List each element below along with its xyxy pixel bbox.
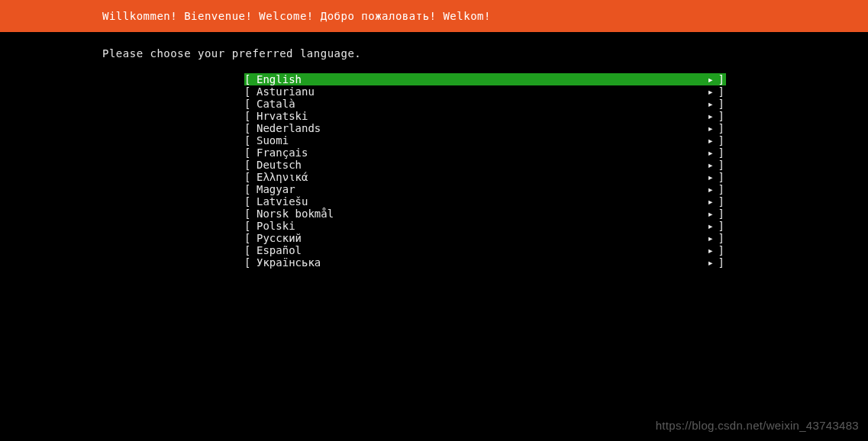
language-label: Magyar	[257, 183, 699, 195]
chevron-right-icon: ▸	[699, 183, 714, 195]
language-label: Hrvatski	[257, 110, 699, 122]
language-option[interactable]: [Polski▸]	[244, 220, 726, 232]
chevron-right-icon: ▸	[699, 98, 714, 110]
bracket-open: [	[244, 98, 257, 110]
language-option[interactable]: [Nederlands▸]	[244, 122, 726, 134]
chevron-right-icon: ▸	[699, 134, 714, 146]
header-bar: Willkommen! Bienvenue! Welcome! Добро по…	[0, 0, 868, 32]
bracket-close: ]	[714, 122, 726, 134]
chevron-right-icon: ▸	[699, 208, 714, 220]
bracket-open: [	[244, 122, 257, 134]
bracket-open: [	[244, 183, 257, 195]
chevron-right-icon: ▸	[699, 73, 714, 85]
language-option[interactable]: [Ελληνικά▸]	[244, 171, 726, 183]
bracket-open: [	[244, 134, 257, 146]
bracket-open: [	[244, 110, 257, 122]
language-label: Español	[257, 244, 699, 256]
language-option[interactable]: [Asturianu▸]	[244, 85, 726, 98]
chevron-right-icon: ▸	[699, 256, 714, 269]
bracket-open: [	[244, 73, 257, 85]
bracket-open: [	[244, 171, 257, 183]
prompt-text: Please choose your preferred language.	[0, 32, 868, 73]
language-label: Ελληνικά	[257, 171, 699, 183]
language-label: Asturianu	[257, 85, 699, 98]
bracket-close: ]	[714, 232, 726, 244]
bracket-open: [	[244, 146, 257, 159]
bracket-close: ]	[714, 220, 726, 232]
bracket-close: ]	[714, 183, 726, 195]
chevron-right-icon: ▸	[699, 146, 714, 159]
language-option[interactable]: [Latviešu▸]	[244, 195, 726, 208]
bracket-close: ]	[714, 256, 726, 269]
bracket-close: ]	[714, 85, 726, 98]
language-option[interactable]: [English▸]	[244, 73, 726, 85]
chevron-right-icon: ▸	[699, 110, 714, 122]
language-label: Polski	[257, 220, 699, 232]
bracket-close: ]	[714, 73, 726, 85]
language-label: Français	[257, 146, 699, 159]
language-label: Nederlands	[257, 122, 699, 134]
chevron-right-icon: ▸	[699, 232, 714, 244]
language-option[interactable]: [Español▸]	[244, 244, 726, 256]
watermark-text: https://blog.csdn.net/weixin_43743483	[656, 419, 859, 432]
language-label: Deutsch	[257, 159, 699, 171]
chevron-right-icon: ▸	[699, 159, 714, 171]
bracket-open: [	[244, 85, 257, 98]
bracket-close: ]	[714, 195, 726, 208]
language-option[interactable]: [Norsk bokmål▸]	[244, 208, 726, 220]
language-label: Norsk bokmål	[257, 208, 699, 220]
language-option[interactable]: [Deutsch▸]	[244, 159, 726, 171]
chevron-right-icon: ▸	[699, 171, 714, 183]
chevron-right-icon: ▸	[699, 244, 714, 256]
language-label: English	[257, 73, 699, 85]
language-option[interactable]: [Русский▸]	[244, 232, 726, 244]
language-list: [English▸][Asturianu▸][Català▸][Hrvatski…	[0, 73, 868, 269]
language-label: Suomi	[257, 134, 699, 146]
bracket-close: ]	[714, 98, 726, 110]
bracket-close: ]	[714, 159, 726, 171]
chevron-right-icon: ▸	[699, 85, 714, 98]
bracket-close: ]	[714, 110, 726, 122]
language-option[interactable]: [Français▸]	[244, 146, 726, 159]
language-label: Latviešu	[257, 195, 699, 208]
language-label: Català	[257, 98, 699, 110]
bracket-close: ]	[714, 244, 726, 256]
bracket-open: [	[244, 195, 257, 208]
bracket-open: [	[244, 159, 257, 171]
chevron-right-icon: ▸	[699, 195, 714, 208]
chevron-right-icon: ▸	[699, 122, 714, 134]
bracket-open: [	[244, 256, 257, 269]
bracket-open: [	[244, 244, 257, 256]
language-option[interactable]: [Suomi▸]	[244, 134, 726, 146]
language-label: Українська	[257, 256, 699, 269]
bracket-close: ]	[714, 171, 726, 183]
language-option[interactable]: [Hrvatski▸]	[244, 110, 726, 122]
language-option[interactable]: [Magyar▸]	[244, 183, 726, 195]
bracket-open: [	[244, 220, 257, 232]
language-option[interactable]: [Català▸]	[244, 98, 726, 110]
bracket-open: [	[244, 208, 257, 220]
chevron-right-icon: ▸	[699, 220, 714, 232]
language-option[interactable]: [Українська▸]	[244, 256, 726, 269]
bracket-close: ]	[714, 146, 726, 159]
language-label: Русский	[257, 232, 699, 244]
bracket-close: ]	[714, 208, 726, 220]
bracket-open: [	[244, 232, 257, 244]
header-title: Willkommen! Bienvenue! Welcome! Добро по…	[102, 10, 491, 22]
bracket-close: ]	[714, 134, 726, 146]
